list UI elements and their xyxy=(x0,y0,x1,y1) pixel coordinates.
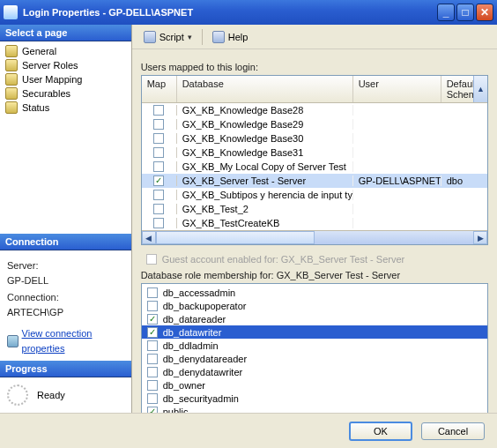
col-user[interactable]: User xyxy=(353,76,441,102)
window-title: Login Properties - GP-DELL\ASPNET xyxy=(23,7,437,18)
page-icon xyxy=(5,59,18,71)
col-map[interactable]: Map xyxy=(142,76,177,102)
script-icon xyxy=(144,31,156,43)
sidebar-item-securables[interactable]: Securables xyxy=(2,86,130,101)
sidebar-item-user-mapping[interactable]: User Mapping xyxy=(2,72,130,86)
scroll-thumb[interactable] xyxy=(156,231,315,244)
role-item-db-datawriter[interactable]: ✓db_datawriter xyxy=(142,325,487,339)
page-icon xyxy=(5,101,18,114)
table-row[interactable]: GX_KB_Test_2 xyxy=(142,202,487,216)
titlebar: Login Properties - GP-DELL\ASPNET _ □ ✕ xyxy=(0,0,497,25)
horizontal-scrollbar[interactable]: ◀ ▶ xyxy=(142,230,487,244)
map-checkbox[interactable] xyxy=(153,190,164,200)
role-item-db-backupoperator[interactable]: db_backupoperator xyxy=(142,299,487,312)
connection-value: ARTECH\GP xyxy=(7,305,124,320)
map-checkbox[interactable] xyxy=(153,133,164,144)
cell-schema: dbo xyxy=(441,175,487,186)
map-checkbox[interactable] xyxy=(153,204,164,214)
chevron-down-icon: ▾ xyxy=(188,33,192,41)
select-page-header: Select a page xyxy=(0,25,131,41)
role-item-db-owner[interactable]: db_owner xyxy=(142,378,487,392)
view-connection-properties-label: View connection properties xyxy=(22,326,124,355)
cell-database: GX_KB_My Local Copy of Server Test xyxy=(177,161,353,172)
sidebar-item-status[interactable]: Status xyxy=(2,101,130,115)
view-connection-properties-link[interactable]: View connection properties xyxy=(7,326,124,355)
map-checkbox[interactable] xyxy=(153,147,164,158)
scroll-track[interactable] xyxy=(156,231,473,244)
help-button[interactable]: Help xyxy=(206,28,255,46)
table-row[interactable]: GX_KB_Knowledge Base28 xyxy=(142,103,487,117)
table-row[interactable]: ✓GX_KB_Server Test - ServerGP-DELL\ASPNE… xyxy=(142,174,487,188)
role-checkbox[interactable]: ✓ xyxy=(147,327,158,338)
grid-header: Map Database User Default Schema ▲ xyxy=(142,76,487,103)
role-label: db_backupoperator xyxy=(163,301,247,311)
properties-icon xyxy=(7,335,19,347)
map-checkbox[interactable] xyxy=(153,119,164,130)
table-row[interactable]: GX_KB_Knowledge Base30 xyxy=(142,131,487,146)
table-row[interactable]: GX_KB_My Local Copy of Server Test xyxy=(142,160,487,174)
role-item-db-denydatawriter[interactable]: db_denydatawriter xyxy=(142,365,487,378)
table-row[interactable]: GX_KB_TestCreateKB xyxy=(142,216,487,230)
sidebar: Select a page GeneralServer RolesUser Ma… xyxy=(0,25,132,413)
role-checkbox[interactable] xyxy=(147,340,158,351)
role-item-db-datareader[interactable]: ✓db_datareader xyxy=(142,312,487,325)
maximize-button[interactable]: □ xyxy=(456,4,474,21)
role-item-db-ddladmin[interactable]: db_ddladmin xyxy=(142,339,487,352)
cell-database: GX_KB_Server Test - Server xyxy=(177,175,353,186)
script-button[interactable]: Script ▾ xyxy=(137,28,198,46)
sidebar-item-general[interactable]: General xyxy=(2,44,130,58)
scroll-up-button[interactable]: ▲ xyxy=(473,76,487,102)
role-checkbox[interactable] xyxy=(147,301,158,311)
scroll-left-button[interactable]: ◀ xyxy=(142,231,156,244)
role-label: db_accessadmin xyxy=(163,287,236,298)
role-checkbox[interactable]: ✓ xyxy=(147,407,158,414)
cell-database: GX_KB_TestCreateKB xyxy=(177,218,353,228)
cell-database: GX_KB_Knowledge Base30 xyxy=(177,133,353,144)
role-checkbox[interactable] xyxy=(147,367,158,377)
minimize-button[interactable]: _ xyxy=(437,4,455,21)
table-row[interactable]: GX_KB_Knowledge Base29 xyxy=(142,117,487,131)
role-label: db_datawriter xyxy=(163,327,222,338)
map-checkbox[interactable] xyxy=(153,105,164,116)
role-label: db_securityadmin xyxy=(163,393,239,404)
table-row[interactable]: GX_KB_Knowledge Base31 xyxy=(142,146,487,160)
footer: OK Cancel xyxy=(0,413,497,448)
col-database[interactable]: Database xyxy=(177,76,353,102)
role-checkbox[interactable] xyxy=(147,380,158,391)
users-mapped-label: Users mapped to this login: xyxy=(141,62,488,72)
role-item-db-securityadmin[interactable]: db_securityadmin xyxy=(142,392,487,405)
role-checkbox[interactable]: ✓ xyxy=(147,314,158,325)
ok-button[interactable]: OK xyxy=(349,422,412,441)
close-button[interactable]: ✕ xyxy=(476,4,493,21)
role-item-db-accessadmin[interactable]: db_accessadmin xyxy=(142,286,487,299)
sidebar-item-server-roles[interactable]: Server Roles xyxy=(2,58,130,72)
role-label: db_datareader xyxy=(163,314,226,325)
toolbar: Script ▾ Help xyxy=(132,25,497,49)
roles-label: Database role membership for: GX_KB_Serv… xyxy=(141,270,488,280)
role-checkbox[interactable] xyxy=(147,354,158,364)
table-row[interactable]: GX_KB_Subtipos y herencia de input type xyxy=(142,188,487,202)
guest-checkbox xyxy=(146,254,157,265)
map-checkbox[interactable]: ✓ xyxy=(153,175,164,186)
scroll-right-button[interactable]: ▶ xyxy=(473,231,487,244)
cell-user: GP-DELL\ASPNET xyxy=(353,175,441,186)
role-item-public[interactable]: ✓public xyxy=(142,405,487,413)
cell-database: GX_KB_Knowledge Base31 xyxy=(177,147,353,158)
map-checkbox[interactable] xyxy=(153,218,164,228)
map-checkbox[interactable] xyxy=(153,161,164,172)
toolbar-separator xyxy=(202,29,203,45)
connection-header: Connection xyxy=(0,234,131,250)
server-value: GP-DELL xyxy=(7,273,124,288)
server-label: Server: xyxy=(7,258,124,273)
role-item-db-denydatareader[interactable]: db_denydatareader xyxy=(142,352,487,365)
page-icon xyxy=(5,45,18,57)
role-checkbox[interactable] xyxy=(147,393,158,404)
role-label: db_owner xyxy=(163,380,205,391)
main-panel: Script ▾ Help Users mapped to this login… xyxy=(132,25,497,413)
role-checkbox[interactable] xyxy=(147,287,158,298)
sidebar-item-label: Server Roles xyxy=(22,60,78,71)
cancel-button[interactable]: Cancel xyxy=(421,422,485,440)
cell-database: GX_KB_Knowledge Base28 xyxy=(177,105,353,116)
sidebar-item-label: General xyxy=(22,46,56,56)
col-default-schema[interactable]: Default Schema ▲ xyxy=(441,76,487,102)
